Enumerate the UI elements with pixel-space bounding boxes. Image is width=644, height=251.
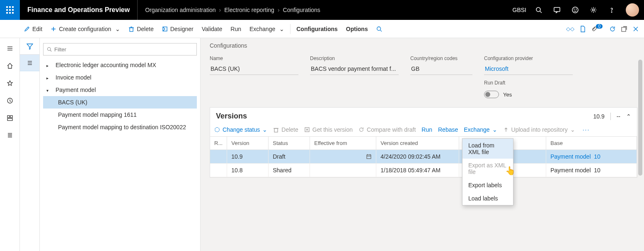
run-button[interactable]: Run <box>226 20 245 38</box>
svg-rect-45 <box>274 128 278 132</box>
search-icon <box>47 47 52 52</box>
col-r[interactable]: R... <box>210 137 227 150</box>
collapse-icon[interactable] <box>46 87 51 93</box>
scrollbar[interactable] <box>638 60 642 176</box>
field-label: Description <box>310 56 399 61</box>
base-link[interactable]: Payment model <box>550 153 591 160</box>
search-button[interactable] <box>372 20 386 38</box>
breadcrumb: Organization administration › Electronic… <box>138 7 328 13</box>
versions-header: Versions 10.9 -- ⌃ <box>210 108 637 125</box>
svg-rect-32 <box>7 116 10 118</box>
svg-rect-19 <box>130 28 133 31</box>
breadcrumb-item[interactable]: Organization administration <box>145 7 215 13</box>
description-field[interactable]: BACS vendor payment format f... <box>310 64 399 75</box>
search-icon[interactable] <box>530 0 548 20</box>
tree-item[interactable]: Payment model mapping to destination ISO… <box>43 121 197 133</box>
left-rail <box>0 38 20 251</box>
table-row[interactable]: 10.9 Draft 4/24/2020 09:02:45 AM Payment… <box>210 150 637 164</box>
svg-rect-0 <box>6 6 8 8</box>
col-effective[interactable]: Effective from <box>310 137 376 150</box>
home-icon[interactable] <box>0 57 20 75</box>
delete-button[interactable]: Delete <box>124 20 157 38</box>
col-status[interactable]: Status <box>269 137 310 150</box>
emoji-icon[interactable] <box>566 0 584 20</box>
col-base[interactable]: Base <box>546 137 637 150</box>
tree-item[interactable]: Invoice model <box>43 71 197 84</box>
col-created[interactable]: Version created <box>376 137 459 150</box>
options-tab[interactable]: Options <box>342 20 372 38</box>
feedback-icon[interactable] <box>548 0 566 20</box>
country-field[interactable]: GB <box>410 64 472 75</box>
configurations-tab[interactable]: Configurations <box>292 20 342 38</box>
menu-load-from-xml[interactable]: Load from XML file <box>462 139 513 159</box>
popout-button[interactable] <box>621 26 627 32</box>
company-label[interactable]: GBSI <box>513 7 530 13</box>
refresh-button[interactable] <box>609 26 616 32</box>
waffle-icon <box>6 6 14 14</box>
versions-exchange-button[interactable]: Exchange⌄ <box>464 126 497 133</box>
base-version-link[interactable]: 10 <box>594 153 600 160</box>
expand-icon[interactable] <box>46 74 51 81</box>
edit-button[interactable]: Edit <box>20 20 46 38</box>
more-button[interactable]: ··· <box>583 126 590 133</box>
modules-icon[interactable] <box>0 127 20 144</box>
toggle-switch[interactable] <box>484 91 499 98</box>
form-row: Name BACS (UK) Description BACS vendor p… <box>210 56 637 98</box>
tree-item-bacs-uk[interactable]: BACS (UK) <box>43 96 197 109</box>
run-version-button[interactable]: Run <box>421 126 432 133</box>
menu-load-labels[interactable]: Load labels <box>462 192 513 205</box>
chevron-down-icon: ⌄ <box>570 126 575 133</box>
layout: Electronic ledger accounting model MX In… <box>0 38 644 251</box>
filter-input[interactable] <box>54 46 193 53</box>
breadcrumb-item[interactable]: Electronic reporting <box>224 7 274 13</box>
svg-point-13 <box>574 9 574 10</box>
run-draft-toggle[interactable]: Yes <box>484 91 573 98</box>
svg-rect-11 <box>554 7 560 12</box>
connector-icon[interactable]: ◇◇ <box>566 26 574 32</box>
close-button[interactable] <box>632 26 639 32</box>
breadcrumb-item[interactable]: Configurations <box>283 7 320 13</box>
tree-item-payment-model[interactable]: Payment model <box>43 84 197 96</box>
gear-icon[interactable] <box>584 0 603 20</box>
tree-item[interactable]: Electronic ledger accounting model MX <box>43 59 197 71</box>
avatar[interactable] <box>626 3 639 17</box>
chevron-down-icon: ⌄ <box>492 126 497 133</box>
chevron-down-icon: ⌄ <box>115 26 120 32</box>
svg-line-10 <box>540 11 542 13</box>
help-icon[interactable] <box>603 0 621 20</box>
filter-input-wrapper[interactable] <box>43 43 197 56</box>
separator <box>610 113 611 120</box>
menu-export-labels[interactable]: Export labels <box>462 179 513 192</box>
expand-icon[interactable] <box>46 62 51 68</box>
chevron-up-icon[interactable]: ⌃ <box>626 113 631 120</box>
main-pane: Configurations Name BACS (UK) Descriptio… <box>201 38 644 251</box>
attach-button[interactable]: 0 <box>591 26 604 32</box>
svg-rect-25 <box>622 27 626 31</box>
calendar-icon[interactable] <box>366 154 372 159</box>
list-view-button[interactable] <box>20 55 39 71</box>
designer-button[interactable]: Designer <box>158 20 198 38</box>
create-configuration-button[interactable]: Create configuration⌄ <box>46 20 124 38</box>
filter-funnel-button[interactable] <box>20 38 39 55</box>
tree-item[interactable]: Payment model mapping 1611 <box>43 109 197 121</box>
change-status-button[interactable]: Change status⌄ <box>214 126 267 133</box>
col-version[interactable]: Version <box>227 137 269 150</box>
recent-icon[interactable] <box>0 92 20 109</box>
hamburger-button[interactable] <box>0 40 20 57</box>
rebase-button[interactable]: Rebase <box>438 126 458 133</box>
workspaces-icon[interactable] <box>0 109 20 127</box>
page-icon[interactable] <box>579 26 586 32</box>
command-bar: Edit Create configuration⌄ Delete Design… <box>0 20 644 38</box>
table-row[interactable]: 10.8 Shared 1/18/2018 05:49:47 AM Paymen… <box>210 164 637 177</box>
validate-button[interactable]: Validate <box>198 20 227 38</box>
versions-title: Versions <box>216 112 247 121</box>
app-launcher-button[interactable] <box>0 0 20 20</box>
svg-point-16 <box>611 12 612 12</box>
provider-link[interactable]: Microsoft <box>484 64 573 75</box>
versions-card: Versions 10.9 -- ⌃ Change status⌄ Delete… <box>210 107 637 178</box>
name-field[interactable]: BACS (UK) <box>210 64 298 75</box>
exchange-button[interactable]: Exchange⌄ <box>245 20 288 38</box>
chevron-right-icon: › <box>274 7 283 13</box>
separator <box>290 24 291 34</box>
favorites-icon[interactable] <box>0 75 20 92</box>
